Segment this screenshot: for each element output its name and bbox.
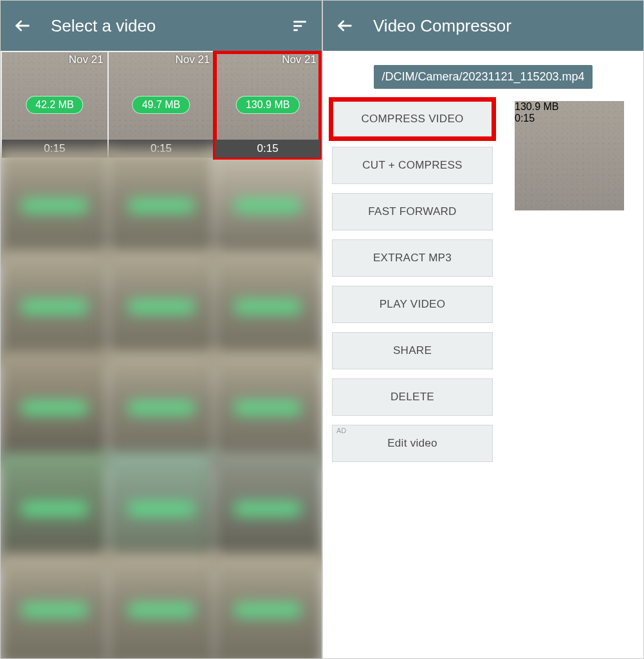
video-thumb-blurred[interactable] bbox=[211, 149, 322, 263]
preview-column: 130.9 MB 0:15 bbox=[504, 100, 634, 210]
svg-rect-3 bbox=[293, 29, 298, 31]
compress-video-button[interactable]: COMPRESS VIDEO bbox=[332, 100, 493, 138]
video-thumb-blurred[interactable] bbox=[211, 553, 322, 658]
thumb-size: 49.7 MB bbox=[133, 96, 190, 114]
file-path: /DCIM/Camera/20231121_115203.mp4 bbox=[374, 65, 592, 89]
thumb-date: Nov 21 bbox=[282, 53, 317, 66]
thumb-size: 130.9 MB bbox=[236, 96, 299, 114]
video-thumb-selected[interactable]: Nov 21 130.9 MB 0:15 bbox=[215, 52, 320, 158]
sort-button[interactable] bbox=[286, 12, 314, 40]
cut-compress-button[interactable]: CUT + COMPRESS bbox=[332, 147, 493, 184]
page-title: Select a video bbox=[51, 16, 286, 36]
video-thumb-blurred[interactable] bbox=[104, 351, 218, 465]
video-thumb-blurred[interactable] bbox=[1, 250, 111, 364]
select-video-screen: Select a video Nov 21 42.2 MB 0:15 Nov 2… bbox=[1, 1, 323, 658]
thumb-duration: 0:15 bbox=[215, 140, 320, 158]
video-thumb-blurred[interactable] bbox=[104, 149, 218, 263]
ad-label: AD bbox=[336, 427, 346, 434]
video-thumb-blurred[interactable] bbox=[104, 553, 218, 658]
video-thumb-blurred[interactable] bbox=[1, 351, 111, 465]
thumb-size: 42.2 MB bbox=[26, 96, 84, 114]
action-button-column: COMPRESS VIDEO CUT + COMPRESS FAST FORWA… bbox=[332, 100, 493, 462]
compressor-body: COMPRESS VIDEO CUT + COMPRESS FAST FORWA… bbox=[323, 100, 643, 462]
page-title: Video Compressor bbox=[373, 16, 636, 36]
video-thumb-blurred[interactable] bbox=[1, 452, 111, 566]
video-thumb-blurred[interactable] bbox=[1, 149, 111, 263]
video-thumb-blurred[interactable] bbox=[211, 452, 322, 566]
arrow-left-icon bbox=[336, 17, 354, 35]
sort-icon bbox=[291, 17, 308, 34]
extract-mp3-button[interactable]: EXTRACT MP3 bbox=[332, 239, 493, 277]
back-button[interactable] bbox=[331, 12, 359, 40]
arrow-left-icon bbox=[14, 17, 32, 35]
fast-forward-button[interactable]: FAST FORWARD bbox=[332, 193, 493, 230]
video-thumb-blurred[interactable] bbox=[104, 452, 218, 566]
delete-button[interactable]: DELETE bbox=[332, 378, 493, 416]
video-thumb[interactable]: Nov 21 49.7 MB 0:15 bbox=[109, 52, 214, 158]
svg-rect-1 bbox=[293, 21, 306, 23]
preview-thumb[interactable]: 130.9 MB 0:15 bbox=[515, 101, 624, 210]
preview-duration: 0:15 bbox=[515, 113, 624, 124]
edit-video-label: Edit video bbox=[387, 437, 437, 449]
video-grid: Nov 21 42.2 MB 0:15 Nov 21 49.7 MB 0:15 … bbox=[1, 51, 322, 658]
video-thumb-blurred[interactable] bbox=[211, 250, 322, 364]
back-button[interactable] bbox=[8, 12, 37, 40]
svg-rect-2 bbox=[293, 25, 302, 27]
share-button[interactable]: SHARE bbox=[332, 332, 493, 369]
video-thumb-blurred[interactable] bbox=[1, 553, 111, 658]
play-video-button[interactable]: PLAY VIDEO bbox=[332, 286, 493, 323]
edit-video-ad-button[interactable]: AD Edit video bbox=[332, 425, 493, 462]
video-thumb-blurred[interactable] bbox=[104, 250, 218, 364]
preview-size: 130.9 MB bbox=[515, 101, 558, 112]
compressor-screen: Video Compressor /DCIM/Camera/20231121_1… bbox=[323, 1, 643, 658]
video-thumb-blurred[interactable] bbox=[211, 351, 322, 465]
video-thumb[interactable]: Nov 21 42.2 MB 0:15 bbox=[2, 52, 107, 158]
appbar-left: Select a video bbox=[1, 1, 322, 51]
thumb-date: Nov 21 bbox=[69, 53, 104, 66]
thumb-date: Nov 21 bbox=[175, 53, 210, 66]
appbar-right: Video Compressor bbox=[323, 1, 643, 51]
